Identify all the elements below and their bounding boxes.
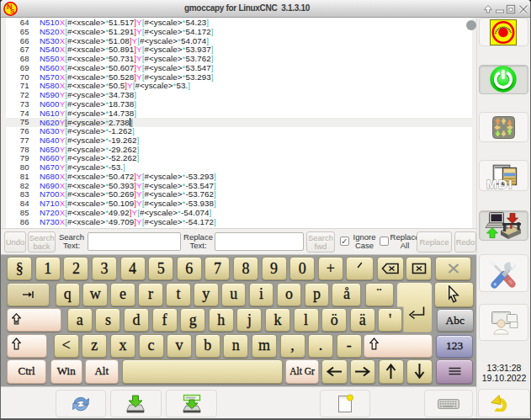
svg-text:MDI: MDI: [486, 177, 513, 190]
